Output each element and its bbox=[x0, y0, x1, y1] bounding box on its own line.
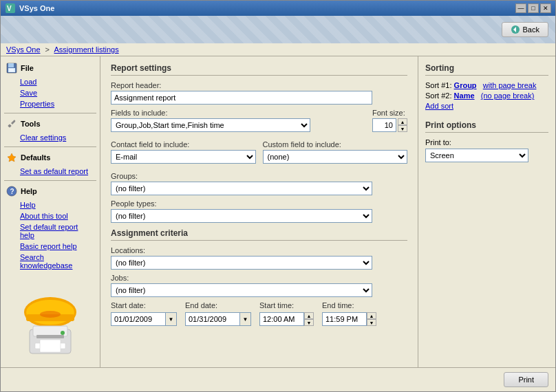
print-options-title: Print options bbox=[425, 120, 548, 133]
start-time-label: Start time: bbox=[259, 301, 314, 309]
end-time-up[interactable]: ▲ bbox=[367, 312, 376, 319]
back-button[interactable]: Back bbox=[502, 22, 548, 37]
groups-group: Groups: (no filter) Group A bbox=[111, 172, 407, 195]
sidebar-properties-link[interactable]: Properties bbox=[1, 98, 100, 109]
sort2-field-link[interactable]: Name bbox=[454, 91, 475, 100]
sort2-item: Sort #2: Name (no page break) bbox=[425, 91, 548, 100]
end-date-input[interactable] bbox=[185, 312, 240, 326]
sidebar-clear-settings-link[interactable]: Clear settings bbox=[1, 132, 100, 143]
sidebar-tools-header: Tools bbox=[1, 116, 100, 132]
assignment-criteria-title: Assignment criteria bbox=[111, 228, 407, 241]
start-date-label: Start date: bbox=[111, 301, 177, 309]
start-time-up[interactable]: ▲ bbox=[304, 312, 314, 319]
help-header-label: Help bbox=[21, 187, 37, 195]
help-header-icon: ? bbox=[6, 186, 17, 197]
end-time-label: End time: bbox=[322, 301, 376, 309]
print-to-select[interactable]: Screen Printer PDF bbox=[425, 149, 528, 162]
sidebar-divider-3 bbox=[4, 180, 96, 181]
start-time-select: ▲ ▼ bbox=[259, 312, 314, 326]
contact-custom-row: Contact field to include: E-mail Phone N… bbox=[111, 140, 407, 168]
font-size-input[interactable] bbox=[372, 118, 396, 132]
maximize-button[interactable]: □ bbox=[528, 3, 539, 13]
breadcrumb-home[interactable]: VSys One bbox=[6, 45, 41, 54]
svg-marker-9 bbox=[8, 153, 16, 162]
svg-rect-5 bbox=[8, 63, 14, 67]
sort1-field-link[interactable]: Group bbox=[454, 81, 477, 89]
end-time-input[interactable] bbox=[322, 312, 367, 326]
sort1-label: Sort #1: bbox=[425, 81, 452, 89]
sidebar-set-default-help-link[interactable]: Set default report help bbox=[1, 221, 100, 241]
start-time-input[interactable] bbox=[259, 312, 304, 326]
breadcrumb-page[interactable]: Assignment listings bbox=[54, 45, 118, 54]
end-date-picker-btn[interactable]: ▼ bbox=[240, 312, 251, 326]
jobs-select[interactable]: (no filter) Job A bbox=[111, 283, 372, 297]
svg-text:V: V bbox=[7, 5, 12, 12]
sidebar-about-link[interactable]: About this tool bbox=[1, 210, 100, 221]
defaults-icon bbox=[6, 152, 17, 163]
font-size-label: Font size: bbox=[372, 109, 407, 117]
sidebar-load-link[interactable]: Load bbox=[1, 76, 100, 87]
contact-select[interactable]: E-mail Phone None bbox=[111, 150, 256, 164]
font-size-up-btn[interactable]: ▲ bbox=[398, 118, 407, 125]
sidebar-divider-1 bbox=[4, 113, 96, 113]
report-header-input[interactable] bbox=[111, 91, 372, 105]
banner: Back bbox=[1, 16, 555, 43]
close-button[interactable]: ✕ bbox=[540, 3, 551, 13]
print-button[interactable]: Print bbox=[504, 372, 548, 387]
sidebar-save-link[interactable]: Save bbox=[1, 87, 100, 98]
sidebar-search-kb-link[interactable]: Search knowledgebase bbox=[1, 252, 100, 271]
main-window: V VSys One — □ ✕ Back VSys One > Assignm… bbox=[0, 0, 556, 392]
contact-label: Contact field to include: bbox=[111, 140, 256, 149]
start-date-picker-btn[interactable]: ▼ bbox=[166, 312, 177, 326]
jobs-label: Jobs: bbox=[111, 274, 407, 282]
start-time-down[interactable]: ▼ bbox=[304, 319, 314, 326]
content-area: File Load Save Properties Tools bbox=[1, 56, 555, 367]
end-time-group: End time: ▲ ▼ bbox=[322, 301, 376, 326]
title-bar: V VSys One — □ ✕ bbox=[1, 1, 555, 16]
end-time-down[interactable]: ▼ bbox=[367, 319, 376, 326]
minimize-button[interactable]: — bbox=[515, 3, 526, 13]
main-content: Report settings Report header: Fields to… bbox=[100, 56, 418, 367]
sidebar-help-section: ? Help Help About this tool Set default … bbox=[1, 183, 100, 271]
fields-select[interactable]: Group,Job,Start time,Finish time bbox=[111, 118, 310, 132]
start-date-input[interactable] bbox=[111, 312, 166, 326]
sidebar-basic-report-link[interactable]: Basic report help bbox=[1, 241, 100, 252]
breadcrumb-separator: > bbox=[45, 45, 50, 54]
locations-select[interactable]: (no filter) Location A bbox=[111, 256, 372, 270]
start-date-group: Start date: ▼ bbox=[111, 301, 177, 326]
title-controls: — □ ✕ bbox=[515, 3, 551, 13]
svg-rect-7 bbox=[10, 69, 14, 72]
floppy-icon bbox=[6, 63, 17, 74]
file-header-label: File bbox=[21, 64, 34, 72]
star-icon bbox=[6, 152, 17, 163]
sidebar-tools-section: Tools Clear settings bbox=[1, 116, 100, 143]
groups-select[interactable]: (no filter) Group A bbox=[111, 182, 372, 195]
svg-point-21 bbox=[61, 331, 65, 335]
sort2-break-link[interactable]: (no page break) bbox=[481, 91, 535, 100]
sidebar-help-link[interactable]: Help bbox=[1, 199, 100, 210]
sidebar-set-default-link[interactable]: Set as default report bbox=[1, 166, 100, 177]
fields-label: Fields to include: bbox=[111, 109, 365, 117]
end-date-select: ▼ bbox=[185, 312, 251, 326]
font-size-spinner: ▲ ▼ bbox=[372, 118, 407, 132]
people-types-select[interactable]: (no filter) Volunteers bbox=[111, 209, 372, 223]
end-time-select: ▲ ▼ bbox=[322, 312, 376, 326]
font-size-down-btn[interactable]: ▼ bbox=[398, 125, 407, 132]
sorting-section: Sorting Sort #1: Group with page break S… bbox=[425, 63, 548, 110]
start-time-spinner: ▲ ▼ bbox=[304, 312, 314, 326]
custom-select[interactable]: (none) Field 1 Field 2 bbox=[263, 150, 408, 164]
groups-label: Groups: bbox=[111, 172, 407, 180]
font-size-group: Font size: ▲ ▼ bbox=[372, 109, 407, 132]
start-date-select: ▼ bbox=[111, 312, 177, 326]
bottom-bar: Print bbox=[1, 367, 555, 391]
add-sort-item: Add sort bbox=[425, 102, 548, 110]
start-time-group: Start time: ▲ ▼ bbox=[259, 301, 314, 326]
locations-label: Locations: bbox=[111, 246, 407, 254]
custom-label: Custom field to include: bbox=[263, 140, 408, 149]
title-bar-left: V VSys One bbox=[5, 3, 54, 14]
breadcrumb: VSys One > Assignment listings bbox=[1, 43, 555, 56]
sidebar-defaults-section: Defaults Set as default report bbox=[1, 149, 100, 177]
locations-group: Locations: (no filter) Location A bbox=[111, 246, 407, 270]
add-sort-link[interactable]: Add sort bbox=[425, 102, 453, 110]
sort1-break-link[interactable]: with page break bbox=[483, 81, 537, 89]
